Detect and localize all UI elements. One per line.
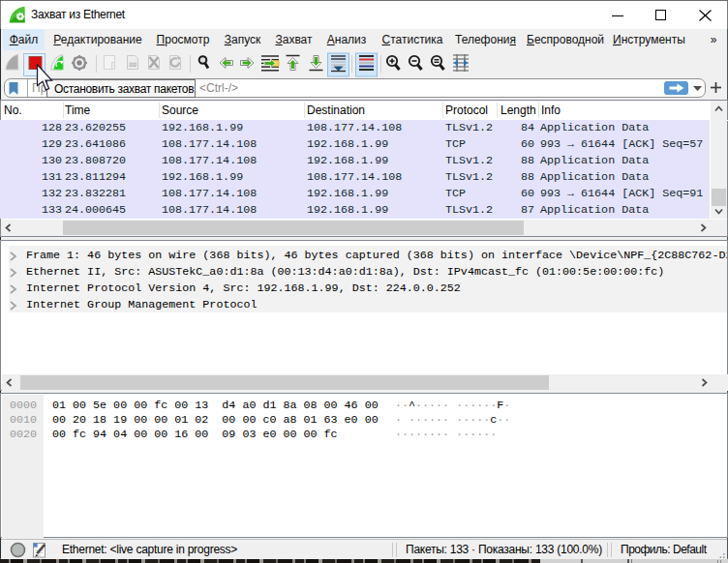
svg-text:010: 010 xyxy=(130,63,137,68)
